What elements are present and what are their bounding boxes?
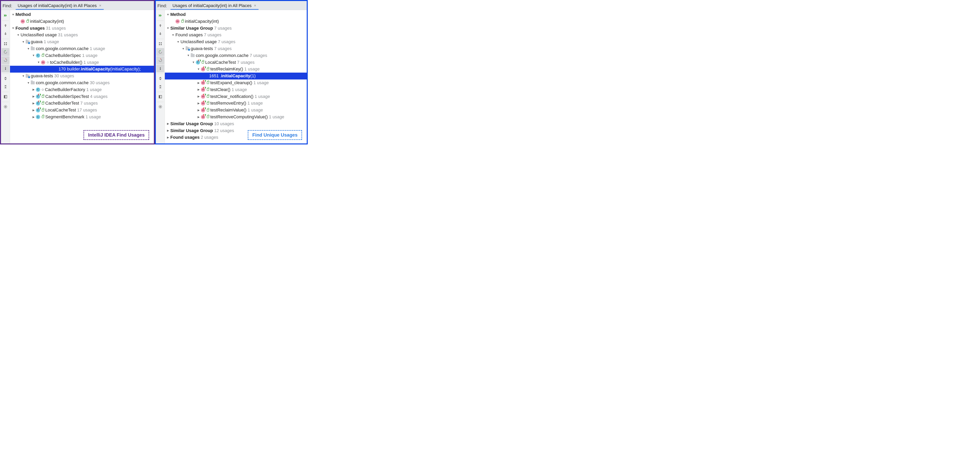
tree-row-unclassified[interactable]: ▼Unclassified usage31 usages xyxy=(10,32,154,38)
module-icon xyxy=(25,75,30,78)
svg-rect-22 xyxy=(160,68,161,70)
tree-row-method-node[interactable]: ▶mtestRemoveEntry()1 usage xyxy=(165,100,307,107)
tree-row-similar-group[interactable]: ▼Similar Usage Group7 usages xyxy=(165,25,307,32)
svg-rect-0 xyxy=(4,42,5,43)
svg-line-31 xyxy=(161,107,162,108)
close-icon[interactable]: × xyxy=(99,3,102,8)
usage-tree[interactable]: ▼Method ▼minitialCapacity(int) ▼Similar … xyxy=(165,10,307,144)
svg-rect-1 xyxy=(6,42,7,43)
tree-row-package[interactable]: ▼com.google.common.cache7 usages xyxy=(165,52,307,59)
tree-row-method-node[interactable]: ▼mtoCacheBuilder()1 usage xyxy=(10,59,154,66)
tree-row-method-node[interactable]: ▶mtestReclaimValue()1 usage xyxy=(165,107,307,113)
next-occurrence-icon[interactable] xyxy=(2,56,10,64)
prev-occurrence-icon[interactable] xyxy=(156,48,164,56)
tree-row-similar-group[interactable]: ▶Similar Usage Group10 usages xyxy=(165,120,307,127)
tree-row-class[interactable]: ▼CCacheBuilderSpec1 usage xyxy=(10,52,154,59)
down-arrow-icon[interactable] xyxy=(2,30,10,38)
lock-icon xyxy=(42,54,44,57)
tree-row-class[interactable]: ▶CCacheBuilderSpecTest4 usages xyxy=(10,93,154,100)
toolbar xyxy=(156,10,165,144)
separator xyxy=(2,102,9,102)
separator xyxy=(157,39,164,39)
left-panel: Find: Usages of initialCapacity(int) in … xyxy=(0,0,155,144)
svg-line-30 xyxy=(159,105,159,106)
svg-rect-5 xyxy=(5,68,6,70)
svg-rect-17 xyxy=(159,42,160,43)
tree-row-module-guava-tests[interactable]: ▼guava-tests30 usages xyxy=(10,73,154,80)
svg-point-8 xyxy=(5,106,6,107)
up-arrow-icon[interactable] xyxy=(156,22,164,29)
tree-row-class[interactable]: ▼CLocalCacheTest7 usages xyxy=(165,59,307,66)
tree-row-method-node[interactable]: ▶mtestClear()1 usage xyxy=(165,86,307,93)
gear-icon[interactable] xyxy=(156,103,164,111)
collapse-all-icon[interactable] xyxy=(156,83,164,91)
test-class-icon: C xyxy=(36,94,40,99)
tree-row-unclassified[interactable]: ▼Unclassified usage7 usages xyxy=(165,38,307,45)
group-icon[interactable] xyxy=(156,40,164,48)
test-class-icon: C xyxy=(36,108,40,112)
folder-icon xyxy=(31,81,35,85)
lock-icon xyxy=(202,61,204,64)
tree-row-method-node[interactable]: ▶mtestClear_notification()1 usage xyxy=(165,93,307,100)
tree-row-method[interactable]: ▼minitialCapacity(int) xyxy=(10,18,154,25)
svg-line-33 xyxy=(161,105,162,106)
up-arrow-icon[interactable] xyxy=(2,22,10,29)
preview-icon[interactable] xyxy=(2,93,10,101)
tree-row-found[interactable]: ▼Found usages7 usages xyxy=(165,32,307,38)
close-icon[interactable]: × xyxy=(253,3,256,8)
rerun-icon[interactable] xyxy=(156,11,164,19)
group-icon[interactable] xyxy=(2,40,10,48)
tree-row-method[interactable]: ▼minitialCapacity(int) xyxy=(165,18,307,25)
test-method-icon: m xyxy=(201,67,205,72)
info-icon[interactable] xyxy=(2,65,10,72)
tree-row-method-header[interactable]: ▼Method xyxy=(165,11,307,18)
separator xyxy=(2,21,9,21)
package-private-icon xyxy=(42,89,44,91)
preview-icon[interactable] xyxy=(156,93,164,101)
method-icon: m xyxy=(41,60,45,65)
workarea: ▼Method ▼minitialCapacity(int) ▼Similar … xyxy=(156,10,307,144)
expand-all-icon[interactable] xyxy=(2,75,10,82)
tree-row-class[interactable]: ▶CSegmentBenchmark1 usage xyxy=(10,113,154,120)
lock-icon xyxy=(207,102,209,105)
next-occurrence-icon[interactable] xyxy=(156,56,164,64)
class-icon: C xyxy=(36,88,40,92)
tree-row-class[interactable]: ▶CLocalCacheTest17 usages xyxy=(10,107,154,113)
lock-icon xyxy=(42,109,44,112)
tab-usages[interactable]: Usages of initialCapacity(int) in All Pl… xyxy=(16,2,104,10)
tree-row-method-node[interactable]: ▶mtestExpand_cleanup()1 usage xyxy=(165,80,307,86)
down-arrow-icon[interactable] xyxy=(156,30,164,38)
package-private-icon xyxy=(47,61,49,63)
module-icon xyxy=(186,47,189,50)
tree-row-package[interactable]: ▼com.google.common.cache30 usages xyxy=(10,80,154,86)
tree-row-class[interactable]: ▶CCacheBuilderTest7 usages xyxy=(10,100,154,107)
tree-row-class[interactable]: ▶CCacheBuilderFactory1 usage xyxy=(10,86,154,93)
info-icon[interactable] xyxy=(156,65,164,72)
prev-occurrence-icon[interactable] xyxy=(2,48,10,56)
tree-row-package[interactable]: ▼com.google.common.cache1 usage xyxy=(10,45,154,52)
rerun-icon[interactable] xyxy=(2,11,10,19)
collapse-all-icon[interactable] xyxy=(2,83,10,91)
lock-icon xyxy=(207,116,209,118)
usage-tree[interactable]: ▼Method ▼minitialCapacity(int) ▼Found us… xyxy=(10,10,154,144)
folder-icon xyxy=(191,54,195,57)
svg-line-16 xyxy=(6,105,7,106)
tree-row-method-node[interactable]: ▼mtestReclaimKey()1 usage xyxy=(165,66,307,73)
tree-row-module[interactable]: ▼guava-tests7 usages xyxy=(165,45,307,52)
lock-icon xyxy=(42,95,44,98)
tree-row-method-node[interactable]: ▶mtestRemoveComputingValue()1 usage xyxy=(165,113,307,120)
tree-row-module-guava[interactable]: ▼guava1 usage xyxy=(10,38,154,45)
test-method-icon: m xyxy=(201,94,205,99)
lock-icon xyxy=(181,20,184,22)
tab-usages[interactable]: Usages of initialCapacity(int) in All Pl… xyxy=(170,2,259,10)
test-method-icon: m xyxy=(201,88,205,92)
tree-row-usage-line[interactable]: 170 builder.initialCapacity(initialCapac… xyxy=(10,66,154,73)
gear-icon[interactable] xyxy=(2,103,10,111)
tree-row-method-header[interactable]: ▼Method xyxy=(10,11,154,18)
expand-all-icon[interactable] xyxy=(156,75,164,82)
svg-rect-21 xyxy=(160,67,161,68)
svg-rect-18 xyxy=(161,42,162,43)
tree-row-usage-line[interactable]: 1651 .initialCapacity(1) xyxy=(165,73,307,80)
separator xyxy=(157,73,164,74)
tree-row-found[interactable]: ▼Found usages31 usages xyxy=(10,25,154,32)
